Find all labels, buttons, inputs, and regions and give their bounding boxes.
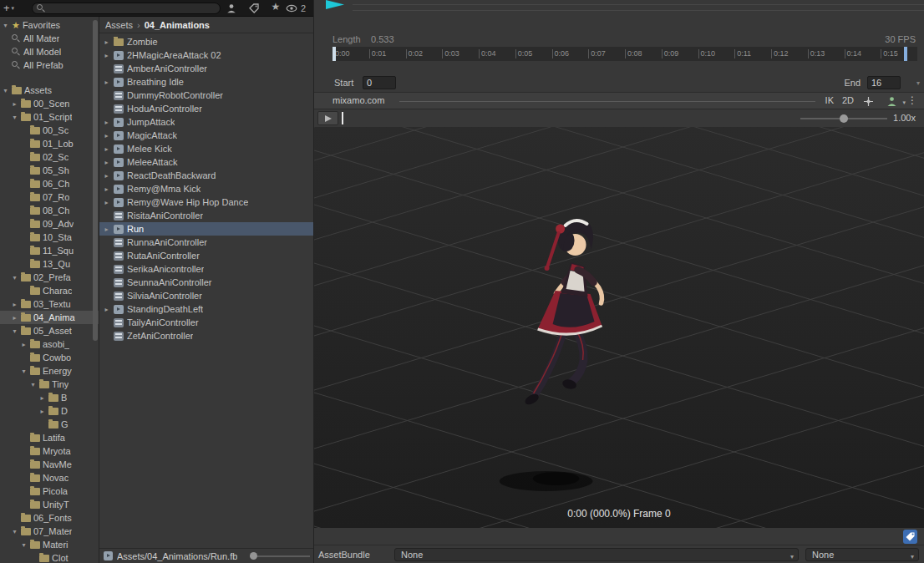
tree-item[interactable]: Clot: [0, 551, 99, 563]
asset-row[interactable]: SilviaAniController: [99, 289, 313, 302]
asset-row[interactable]: SeunnaAniController: [99, 276, 313, 289]
thumbnail-zoom-slider[interactable]: [250, 555, 310, 557]
expand-arrow-icon[interactable]: [29, 381, 37, 388]
start-input[interactable]: 0: [363, 76, 396, 89]
pivot-icon[interactable]: [863, 96, 874, 109]
tree-item[interactable]: Cowbo: [0, 351, 99, 364]
asset-row[interactable]: TailyAniController: [99, 316, 313, 329]
timeline-ruler[interactable]: 0:00 0:01 0:02 0:03 0:04 0:05 0:06 0:07: [333, 47, 917, 61]
asset-row[interactable]: RisitaAniController: [99, 209, 313, 222]
tree-item[interactable]: Energy: [0, 364, 99, 378]
preview-viewport[interactable]: 0:00 (000.0%) Frame 0: [314, 127, 924, 528]
end-input[interactable]: 16: [867, 76, 901, 89]
user-icon[interactable]: [226, 3, 237, 14]
expand-arrow-icon[interactable]: [103, 226, 110, 233]
scroll-down-icon[interactable]: ▾: [916, 79, 920, 87]
expand-arrow-icon[interactable]: [11, 528, 18, 535]
tree-item[interactable]: Mryota: [0, 444, 99, 458]
expand-arrow-icon[interactable]: [38, 394, 46, 402]
expand-arrow-icon[interactable]: [103, 132, 110, 139]
avatar-icon[interactable]: ▾: [886, 96, 897, 109]
tree-item[interactable]: NavMe: [0, 458, 99, 471]
asset-row[interactable]: StandingDeathLeft: [99, 302, 313, 316]
asset-row[interactable]: MeleeAttack: [99, 155, 313, 169]
asset-row[interactable]: AmberAniController: [99, 62, 313, 75]
ik-toggle-button[interactable]: IK: [825, 95, 834, 105]
expand-arrow-icon[interactable]: [11, 327, 18, 335]
assetbundle-variant-dropdown[interactable]: None ▾: [805, 548, 919, 561]
search-input[interactable]: [32, 3, 221, 14]
tree-item[interactable]: 06_Fonts: [0, 511, 99, 525]
favorite-search-item[interactable]: All Model: [0, 45, 99, 58]
expand-arrow-icon[interactable]: [103, 172, 110, 180]
tree-item[interactable]: Novac: [0, 471, 99, 484]
expand-arrow-icon[interactable]: [103, 38, 110, 46]
expand-arrow-icon[interactable]: [103, 199, 110, 206]
tree-item[interactable]: 13_Qu: [0, 257, 99, 271]
expand-arrow-icon[interactable]: [11, 114, 18, 121]
tree-item[interactable]: 02_Sc: [0, 150, 99, 164]
tree-item[interactable]: 11_Squ: [0, 244, 99, 257]
asset-row[interactable]: ZetAniController: [99, 329, 313, 342]
kebab-menu-icon[interactable]: ⋮: [907, 94, 917, 106]
expand-arrow-icon[interactable]: [103, 306, 110, 313]
asset-row[interactable]: JumpAttack: [99, 115, 313, 129]
tree-item[interactable]: D: [0, 404, 99, 418]
hidden-count-eye-icon[interactable]: [286, 3, 297, 14]
preview-title[interactable]: mixamo.com: [333, 95, 384, 105]
asset-row[interactable]: MagicAttack: [99, 129, 313, 142]
breadcrumb-current[interactable]: 04_Animations: [145, 20, 210, 30]
tree-item[interactable]: Latifa: [0, 431, 99, 444]
asset-row[interactable]: Run: [99, 222, 313, 236]
tree-item[interactable]: 00_Scen: [0, 97, 99, 110]
expand-arrow-icon[interactable]: [103, 185, 110, 193]
asset-row[interactable]: Breathing Idle: [99, 75, 313, 89]
asset-labels-icon[interactable]: [903, 530, 917, 544]
expand-arrow-icon[interactable]: [11, 301, 18, 308]
asset-row[interactable]: 2HMagicAreaAttack 02: [99, 48, 313, 62]
2d-toggle-button[interactable]: 2D: [842, 95, 854, 105]
tree-item[interactable]: 05_Sh: [0, 164, 99, 177]
expand-arrow-icon[interactable]: [103, 52, 110, 59]
favorite-search-item[interactable]: All Mater: [0, 32, 99, 45]
tree-item[interactable]: UnityT: [0, 498, 99, 511]
tree-item[interactable]: 08_Ch: [0, 204, 99, 217]
asset-row[interactable]: ReactDeathBackward: [99, 169, 313, 182]
scrub-strip[interactable]: [339, 109, 797, 127]
expand-arrow-icon[interactable]: [11, 100, 18, 108]
expand-arrow-icon[interactable]: [2, 87, 9, 94]
expand-arrow-icon[interactable]: [20, 368, 28, 375]
slider-handle[interactable]: [250, 552, 257, 560]
expand-arrow-icon[interactable]: [38, 408, 46, 415]
clip-start-marker[interactable]: [333, 47, 336, 61]
slider-handle[interactable]: [840, 114, 848, 123]
expand-arrow-icon[interactable]: [103, 145, 110, 153]
tree-item[interactable]: 07_Mater: [0, 525, 99, 538]
tree-item[interactable]: Assets: [0, 84, 99, 97]
tree-item[interactable]: asobi_: [0, 337, 99, 351]
tree-item[interactable]: Charac: [0, 284, 99, 297]
asset-row[interactable]: SerikaAnicontroller: [99, 262, 313, 276]
create-asset-button[interactable]: + ▾: [3, 2, 14, 15]
asset-row[interactable]: RutaAniController: [99, 249, 313, 262]
favorites-header[interactable]: ▾ ★ Favorites: [0, 18, 99, 32]
tree-item[interactable]: Tiny: [0, 378, 99, 391]
expand-arrow-icon[interactable]: [20, 341, 28, 348]
breadcrumb-root[interactable]: Assets: [105, 20, 133, 30]
tree-item[interactable]: 07_Ro: [0, 190, 99, 204]
sidebar-scrollbar-thumb[interactable]: [93, 20, 98, 341]
expand-arrow-icon[interactable]: [103, 79, 110, 86]
assetbundle-dropdown[interactable]: None ▾: [394, 548, 799, 561]
favorite-search-item[interactable]: All Prefab: [0, 58, 99, 72]
tree-item[interactable]: 06_Ch: [0, 177, 99, 190]
tree-item[interactable]: 01_Lob: [0, 137, 99, 150]
asset-row[interactable]: HoduAniController: [99, 102, 313, 115]
expand-arrow-icon[interactable]: [103, 119, 110, 126]
tree-item[interactable]: Materi: [0, 538, 99, 551]
asset-row[interactable]: Remy@Mma Kick: [99, 182, 313, 195]
tree-item[interactable]: 09_Adv: [0, 217, 99, 231]
tree-item[interactable]: 04_Anima: [0, 311, 99, 324]
speed-slider[interactable]: [800, 118, 887, 119]
asset-row[interactable]: Melee Kick: [99, 142, 313, 155]
expand-arrow-icon[interactable]: [103, 159, 110, 166]
